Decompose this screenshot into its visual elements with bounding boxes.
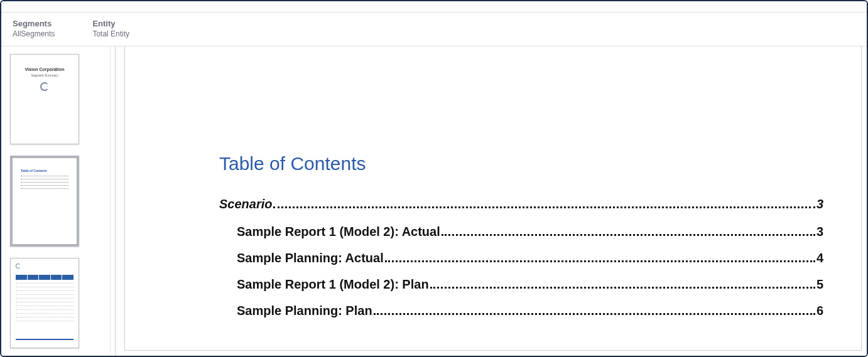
document-page: Table of Contents Scenario 3 Sample Repo… [124,46,862,351]
page-thumbnail-3[interactable] [10,258,79,348]
toc-dots [442,234,815,236]
filter-segments-label: Segments [13,19,55,28]
thumb2-toc-line [21,178,68,179]
toc-dots [430,287,815,289]
toc-entry-page: 6 [816,302,823,319]
toc-entry-label: Sample Report 1 (Model 2): Actual [237,223,440,240]
thumb3-table-header [16,275,73,280]
toc-entry-page: 5 [816,276,823,292]
filter-entity[interactable]: Entity Total Entity [92,19,129,38]
toc-entry[interactable]: Sample Planning: Plan 6 [219,302,823,319]
toc-title: Table of Contents [219,153,823,174]
thumb2-inner: Table of Contents [14,160,75,242]
toc-entry-label: Scenario [219,196,272,212]
page-thumbnail-1[interactable]: Vision Corporation Segment Summary [10,54,79,144]
toc-entry-page: 3 [816,223,823,240]
thumb3-logo-icon [16,264,21,269]
toc-entry-page: 3 [816,196,823,212]
thumb3-footer-bar [16,339,73,340]
toc-dots [374,313,815,315]
filter-entity-label: Entity [92,19,129,28]
filter-segments-value: AllSegments [13,29,55,38]
toc-entry[interactable]: Sample Report 1 (Model 2): Actual 3 [219,223,823,240]
page-viewport[interactable]: Table of Contents Scenario 3 Sample Repo… [119,46,867,356]
thumbnail-rail[interactable]: Vision Corporation Segment Summary Table… [1,46,111,356]
thumb1-title: Vision Corporation [11,67,79,72]
thumb2-toc-line [21,181,68,183]
vertical-divider [111,46,119,356]
filter-segments[interactable]: Segments AllSegments [13,19,55,38]
toc-entry-page: 4 [816,250,823,266]
filter-entity-value: Total Entity [92,29,129,38]
toc-entry-label: Sample Planning: Plan [237,302,372,319]
thumb2-toc-line [21,184,68,186]
toc-dots [273,206,815,208]
main-area: Vision Corporation Segment Summary Table… [1,46,867,356]
filter-bar: Segments AllSegments Entity Total Entity [1,13,867,46]
toc-entry-label: Sample Planning: Actual [237,250,384,266]
thumb3-table-rows [16,281,73,322]
toc-entry[interactable]: Sample Planning: Actual 4 [219,250,823,266]
page-thumbnail-2[interactable]: Table of Contents [10,156,79,246]
app-frame: Segments AllSegments Entity Total Entity… [0,0,868,357]
toc-entry[interactable]: Sample Report 1 (Model 2): Plan 5 [219,276,823,292]
thumb2-heading: Table of Contents [21,169,68,173]
toc-dots [385,260,815,262]
toc-entry-label: Sample Report 1 (Model 2): Plan [237,276,429,292]
thumb1-subtitle: Segment Summary [11,73,79,77]
top-strip [1,1,867,13]
thumb2-toc-line [21,188,68,189]
thumb1-logo-icon [40,82,49,91]
thumb2-toc-line [21,175,68,176]
toc-entry-section[interactable]: Scenario 3 [219,196,823,212]
